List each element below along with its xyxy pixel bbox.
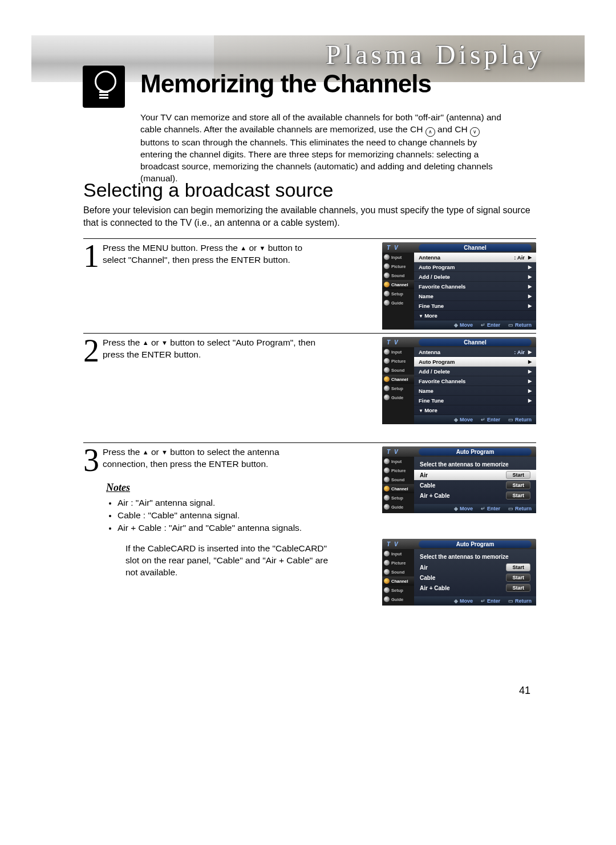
osd-main: Antenna: Air▶ Auto Program▶ Add / Delete… <box>414 253 536 330</box>
osd-row-antenna: Antenna: Air▶ <box>414 253 536 262</box>
osd-side-channel: Channel <box>382 484 414 493</box>
osd-side-input: Input <box>382 457 414 466</box>
osd-side-input: Input <box>382 253 414 262</box>
osd-menu-channel-2: T V Channel Input Picture Sound Channel … <box>382 337 536 424</box>
step-text: Press the ▲ or ▼ button to select "Auto … <box>103 337 319 361</box>
osd-side-sound: Sound <box>382 475 414 484</box>
osd-footer: ◆Move ↵Enter ▭Return <box>414 320 536 330</box>
ap-row-cable: CableStart <box>414 480 536 490</box>
osd-side-guide: Guide <box>382 393 414 402</box>
osd-row-name: Name▶ <box>414 291 536 301</box>
osd-side-sound: Sound <box>382 567 414 576</box>
section-heading: Selecting a broadcast source <box>83 179 333 201</box>
osd-side-picture: Picture <box>382 262 414 271</box>
intro-paragraph: Your TV can memorize and store all of th… <box>140 112 505 185</box>
osd-auto-program-2: T V Auto Program Input Picture Sound Cha… <box>382 539 536 606</box>
osd-title: Channel <box>419 339 532 346</box>
osd-row-fine-tune: Fine Tune▶ <box>414 396 536 405</box>
page-title: Memorizing the Channels <box>140 70 431 98</box>
osd-main: Select the antennas to memorize AirStart… <box>414 549 536 606</box>
osd-side-guide: Guide <box>382 595 414 604</box>
down-triangle-icon: ▼ <box>161 339 168 346</box>
osd-side-guide: Guide <box>382 502 414 511</box>
osd-row-auto-program: Auto Program▶ <box>414 262 536 272</box>
osd-side-channel: Channel <box>382 280 414 289</box>
banner-title: Plasma Display <box>326 39 545 70</box>
ap-row-cable: CableStart <box>414 572 536 583</box>
osd-tv-label: T V <box>382 541 419 547</box>
osd-side-channel: Channel <box>382 375 414 384</box>
step-2: 2 Press the ▲ or ▼ button to select "Aut… <box>83 333 536 334</box>
step-number: 1 <box>83 239 99 272</box>
osd-sidebar: Input Picture Sound Channel Setup Guide <box>382 549 414 606</box>
osd-footer: ◆Move ↵Enter ▭Return <box>414 504 536 513</box>
osd-side-guide: Guide <box>382 298 414 307</box>
osd-row-favorite: Favorite Channels▶ <box>414 376 536 386</box>
ch-down-icon: ∨ <box>470 127 480 137</box>
osd-title: Auto Program <box>419 541 532 548</box>
osd-side-sound: Sound <box>382 365 414 375</box>
osd-sidebar: Input Picture Sound Channel Setup Guide <box>382 253 414 330</box>
osd-side-setup: Setup <box>382 586 414 595</box>
up-triangle-icon: ▲ <box>240 245 246 251</box>
osd-row-more: More <box>414 311 536 320</box>
ch-up-icon: ∧ <box>425 127 435 137</box>
osd-side-picture: Picture <box>382 466 414 475</box>
bulb-icon <box>83 66 125 108</box>
ap-instruction: Select the antennas to memorize <box>414 457 536 470</box>
osd-footer: ◆Move ↵Enter ▭Return <box>414 415 536 424</box>
osd-auto-program-1: T V Auto Program Input Picture Sound Cha… <box>382 446 536 513</box>
ap-row-air: AirStart <box>414 562 536 572</box>
osd-footer: ◆Move ↵Enter ▭Return <box>414 596 536 606</box>
osd-side-input: Input <box>382 347 414 356</box>
up-triangle-icon: ▲ <box>143 339 149 346</box>
notes-heading: Notes <box>106 481 319 494</box>
start-button: Start <box>506 574 530 582</box>
ap-row-air-cable: Air + CableStart <box>414 490 536 501</box>
osd-side-channel: Channel <box>382 576 414 586</box>
ap-row-air: AirStart <box>414 470 536 480</box>
step-3: 3 Press the ▲ or ▼ button to select the … <box>83 442 536 648</box>
osd-menu-channel-1: T V Channel Input Picture Sound Channel … <box>382 242 536 330</box>
notes-list: Air : "Air" antenna signal. Cable : "Cab… <box>106 497 319 534</box>
osd-main: Select the antennas to memorize AirStart… <box>414 457 536 513</box>
osd-row-antenna: Antenna: Air▶ <box>414 347 536 357</box>
step-number: 3 <box>83 443 99 476</box>
osd-tv-label: T V <box>382 245 419 251</box>
step-text: Press the MENU button. Press the ▲ or ▼ … <box>103 242 319 266</box>
osd-row-auto-program: Auto Program▶ <box>414 357 536 367</box>
osd-main: Antenna: Air▶ Auto Program▶ Add / Delete… <box>414 347 536 424</box>
osd-row-name: Name▶ <box>414 386 536 396</box>
osd-row-add-delete: Add / Delete▶ <box>414 367 536 376</box>
osd-side-input: Input <box>382 549 414 558</box>
ap-row-air-cable: Air + CableStart <box>414 583 536 593</box>
osd-row-more: More <box>414 405 536 415</box>
osd-side-picture: Picture <box>382 356 414 365</box>
start-button: Start <box>506 471 530 479</box>
osd-sidebar: Input Picture Sound Channel Setup Guide <box>382 457 414 513</box>
start-button: Start <box>506 584 530 592</box>
notes-followup: If the CableCARD is inserted into the "C… <box>125 543 331 579</box>
osd-row-add-delete: Add / Delete▶ <box>414 272 536 282</box>
osd-side-setup: Setup <box>382 289 414 298</box>
section-intro: Before your television can begin memoriz… <box>83 204 536 229</box>
osd-title: Channel <box>419 244 532 251</box>
down-triangle-icon: ▼ <box>161 449 168 456</box>
osd-sidebar: Input Picture Sound Channel Setup Guide <box>382 347 414 424</box>
osd-row-favorite: Favorite Channels▶ <box>414 282 536 291</box>
note-item: Cable : "Cable" antenna signal. <box>117 509 319 522</box>
osd-tv-label: T V <box>382 449 419 455</box>
step-1: 1 Press the MENU button. Press the ▲ or … <box>83 238 536 239</box>
down-triangle-icon: ▼ <box>260 245 266 251</box>
osd-side-setup: Setup <box>382 493 414 502</box>
start-button: Start <box>506 563 530 571</box>
start-button: Start <box>506 481 530 489</box>
osd-tv-label: T V <box>382 339 419 346</box>
osd-side-sound: Sound <box>382 271 414 280</box>
note-item: Air : "Air" antenna signal. <box>117 497 319 509</box>
step-number: 2 <box>83 334 99 367</box>
osd-side-picture: Picture <box>382 558 414 567</box>
osd-title: Auto Program <box>419 448 532 456</box>
up-triangle-icon: ▲ <box>143 449 149 456</box>
start-button: Start <box>506 491 530 499</box>
